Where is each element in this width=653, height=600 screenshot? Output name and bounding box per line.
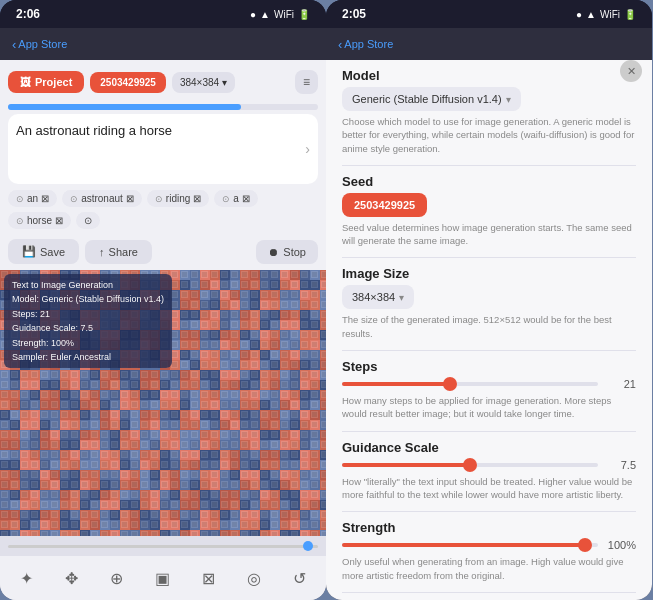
close-button[interactable]: ✕ [620, 60, 642, 82]
tag-item[interactable]: ⊙ astronaut ⊠ [62, 190, 142, 207]
tag-item[interactable]: ⊙ an ⊠ [8, 190, 57, 207]
gen-line6: Sampler: Euler Ancestral [12, 350, 164, 364]
prompt-expand-icon: › [305, 141, 310, 157]
stop-label: Stop [283, 246, 306, 258]
project-icon: 🖼 [20, 76, 31, 88]
back-label-left: App Store [18, 38, 67, 50]
guidance-thumb[interactable] [463, 458, 477, 472]
strength-value: 100% [606, 539, 636, 551]
nav-bar-right: ‹ App Store [326, 28, 652, 60]
model-label: Model [342, 68, 636, 83]
gen-info-overlay: Text to Image Generation Model: Generic … [4, 274, 172, 368]
prompt-area[interactable]: An astronaut riding a horse › [8, 114, 318, 184]
guidance-label: Guidance Scale [342, 440, 636, 455]
tool-box[interactable]: ▣ [149, 565, 176, 592]
scrubber-track [8, 545, 318, 548]
time-right: 2:05 [342, 7, 366, 21]
tag-icon-0: ⊙ [16, 194, 24, 204]
tag-label-4: horse [27, 215, 52, 226]
strength-row: Strength 100% Only useful when generatin… [342, 520, 636, 582]
guidance-fill [342, 463, 470, 467]
status-icons-right: ● ▲ WiFi 🔋 [576, 9, 636, 20]
guidance-track [342, 463, 598, 467]
tool-circle[interactable]: ⊕ [104, 565, 129, 592]
scrubber-thumb [303, 541, 313, 551]
tool-undo[interactable]: ↺ [287, 565, 312, 592]
seed-label: Seed [342, 174, 636, 189]
steps-slider-row: 21 [342, 378, 636, 390]
tag-close-0: ⊠ [41, 193, 49, 204]
divider-1 [342, 165, 636, 166]
strength-thumb[interactable] [578, 538, 592, 552]
tag-item[interactable]: ⊙ horse ⊠ [8, 212, 71, 229]
prompt-text: An astronaut riding a horse [16, 122, 310, 140]
back-arrow-left: ‹ [12, 37, 16, 52]
model-row: Model Generic (Stable Diffusion v1.4) ▾ … [342, 68, 636, 155]
seed-desc: Seed value determines how image generati… [342, 221, 636, 248]
seed-row: Seed 2503429925 Seed value determines ho… [342, 174, 636, 248]
back-button-left[interactable]: ‹ App Store [12, 37, 67, 52]
stop-icon: ⏺ [268, 246, 279, 258]
settings-content: Model Generic (Stable Diffusion v1.4) ▾ … [326, 60, 652, 600]
gen-line4: Guidance Scale: 7.5 [12, 321, 164, 335]
tag-label-0: an [27, 193, 38, 204]
seed-button[interactable]: 2503429925 [90, 72, 166, 93]
strength-desc: Only useful when generating from an imag… [342, 555, 636, 582]
steps-desc: How many steps to be applied for image g… [342, 394, 636, 421]
image-size-dropdown-arrow: ▾ [399, 292, 404, 303]
divider-3 [342, 350, 636, 351]
progress-fill [8, 104, 241, 110]
tag-add-icon: ⊙ [84, 215, 92, 226]
steps-fill [342, 382, 450, 386]
divider-6 [342, 592, 636, 593]
sliders-button[interactable]: ≡ [295, 70, 318, 94]
strength-track [342, 543, 598, 547]
back-button-right[interactable]: ‹ App Store [338, 37, 393, 52]
image-size-desc: The size of the generated image. 512×512… [342, 313, 636, 340]
steps-track [342, 382, 598, 386]
tool-hand[interactable]: ✥ [59, 565, 84, 592]
strength-slider-row: 100% [342, 539, 636, 551]
tag-label-1: astronaut [81, 193, 123, 204]
tag-icon-2: ⊙ [155, 194, 163, 204]
tool-delete[interactable]: ⊠ [196, 565, 221, 592]
save-button[interactable]: 💾 Save [8, 239, 79, 264]
tag-close-4: ⊠ [55, 215, 63, 226]
seed-value[interactable]: 2503429925 [342, 193, 427, 217]
image-size-dropdown[interactable]: 384×384 ▾ [342, 285, 414, 309]
scrubber-bar[interactable] [0, 536, 326, 556]
project-button[interactable]: 🖼 Project [8, 71, 84, 93]
gen-line1: Text to Image Generation [12, 278, 164, 292]
tag-item[interactable]: ⊙ a ⊠ [214, 190, 258, 207]
share-button[interactable]: ↑ Share [85, 240, 152, 264]
tool-camera[interactable]: ◎ [241, 565, 267, 592]
model-dropdown-arrow: ▾ [506, 94, 511, 105]
tag-add[interactable]: ⊙ [76, 212, 100, 229]
top-toolbar: 🖼 Project 2503429925 384×384 ▾ ≡ [0, 60, 326, 104]
seed-control: 2503429925 [342, 193, 636, 217]
tag-icon-3: ⊙ [222, 194, 230, 204]
size-button[interactable]: 384×384 ▾ [172, 72, 235, 93]
tag-item[interactable]: ⊙ riding ⊠ [147, 190, 209, 207]
nav-bar-left: ‹ App Store [0, 28, 326, 60]
steps-thumb[interactable] [443, 377, 457, 391]
model-dropdown[interactable]: Generic (Stable Diffusion v1.4) ▾ [342, 87, 521, 111]
image-size-label: Image Size [342, 266, 636, 281]
stop-button[interactable]: ⏺ Stop [256, 240, 318, 264]
divider-4 [342, 431, 636, 432]
tag-close-3: ⊠ [242, 193, 250, 204]
left-phone: 2:06 ● ▲ WiFi 🔋 ‹ App Store 🖼 Project 25… [0, 0, 326, 600]
tool-cursor[interactable]: ✦ [14, 565, 39, 592]
save-icon: 💾 [22, 245, 36, 258]
strength-label: Strength [342, 520, 636, 535]
strength-fill [342, 543, 585, 547]
tags-area: ⊙ an ⊠ ⊙ astronaut ⊠ ⊙ riding ⊠ ⊙ a ⊠ ⊙ [0, 190, 326, 235]
save-label: Save [40, 246, 65, 258]
gen-line3: Steps: 21 [12, 307, 164, 321]
right-phone: 2:05 ● ▲ WiFi 🔋 ‹ App Store ✕ Model Gene… [326, 0, 652, 600]
guidance-desc: How "literally" the text input should be… [342, 475, 636, 502]
time-left: 2:06 [16, 7, 40, 21]
image-size-value: 384×384 [352, 291, 395, 303]
right-content: Model Generic (Stable Diffusion v1.4) ▾ … [326, 60, 652, 600]
gen-line2: Model: Generic (Stable Diffusion v1.4) [12, 292, 164, 306]
